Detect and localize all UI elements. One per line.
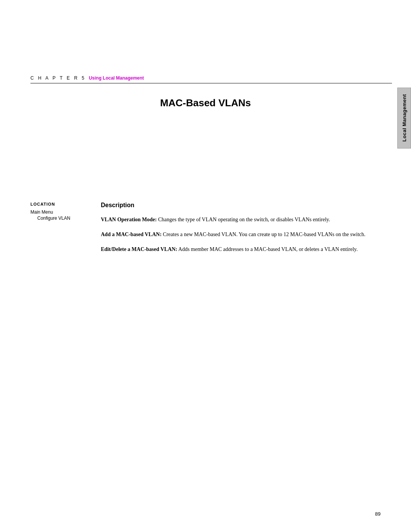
term-1: VLAN Operation Mode: bbox=[101, 217, 157, 222]
description-item-1: VLAN Operation Mode: Changes the type of… bbox=[101, 216, 381, 224]
text-1: Changes the type of VLAN operating on th… bbox=[158, 217, 330, 222]
description-heading: Description bbox=[101, 202, 381, 209]
text-2: Creates a new MAC-based VLAN. You can cr… bbox=[163, 232, 365, 237]
side-tab-text: Local Management bbox=[401, 94, 407, 142]
term-3: Edit/Delete a MAC-based VLAN: bbox=[101, 246, 177, 252]
location-section: Location Main Menu Configure VLAN bbox=[30, 202, 93, 221]
description-section: Description VLAN Operation Mode: Changes… bbox=[101, 202, 381, 260]
page-container: C H A P T E R 5 Using Local Management L… bbox=[0, 0, 411, 532]
location-main-menu: Main Menu bbox=[30, 209, 93, 215]
page-title: MAC-Based VLANs bbox=[30, 97, 381, 109]
page-number: 89 bbox=[375, 511, 381, 517]
chapter-label: C H A P T E R 5 bbox=[30, 75, 86, 81]
text-3: Adds member MAC addresses to a MAC-based… bbox=[178, 246, 358, 252]
description-item-3: Edit/Delete a MAC-based VLAN: Adds membe… bbox=[101, 245, 381, 253]
location-label: Location bbox=[30, 202, 93, 206]
chapter-title: Using Local Management bbox=[89, 75, 144, 81]
side-tab: Local Management bbox=[397, 88, 411, 149]
description-item-2: Add a MAC-based VLAN: Creates a new MAC-… bbox=[101, 230, 381, 238]
chapter-header: C H A P T E R 5 Using Local Management bbox=[30, 75, 392, 83]
location-configure-vlan: Configure VLAN bbox=[30, 216, 93, 221]
term-2: Add a MAC-based VLAN: bbox=[101, 232, 162, 237]
